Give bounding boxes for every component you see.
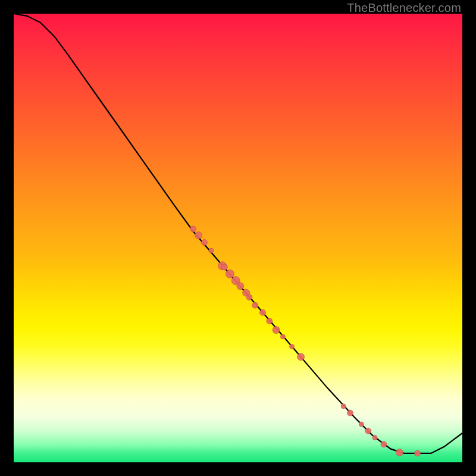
watermark-text: TheBottlenecker.com xyxy=(347,1,461,15)
data-point xyxy=(209,248,214,253)
data-point xyxy=(201,240,207,246)
data-point xyxy=(273,327,280,334)
data-point xyxy=(252,302,258,308)
data-point xyxy=(237,283,244,290)
data-point xyxy=(290,345,295,349)
data-point xyxy=(195,232,202,239)
data-point xyxy=(298,353,305,361)
data-point xyxy=(267,318,273,324)
chart-frame: TheBottlenecker.com xyxy=(0,0,476,476)
data-point xyxy=(221,264,227,270)
data-point xyxy=(365,428,371,434)
data-point xyxy=(246,295,252,300)
data-point xyxy=(359,422,364,427)
data-point xyxy=(381,441,387,447)
chart-overlay-svg xyxy=(14,14,462,462)
data-point xyxy=(415,450,421,456)
data-point xyxy=(190,226,196,232)
data-point xyxy=(372,436,377,440)
plot-area xyxy=(14,14,462,462)
data-point xyxy=(341,404,346,409)
data-point xyxy=(280,334,285,339)
data-point xyxy=(226,270,234,278)
bottleneck-curve xyxy=(14,14,462,453)
data-point xyxy=(260,309,266,315)
data-point xyxy=(396,449,403,456)
data-points-group xyxy=(190,226,421,456)
data-point xyxy=(347,410,353,416)
